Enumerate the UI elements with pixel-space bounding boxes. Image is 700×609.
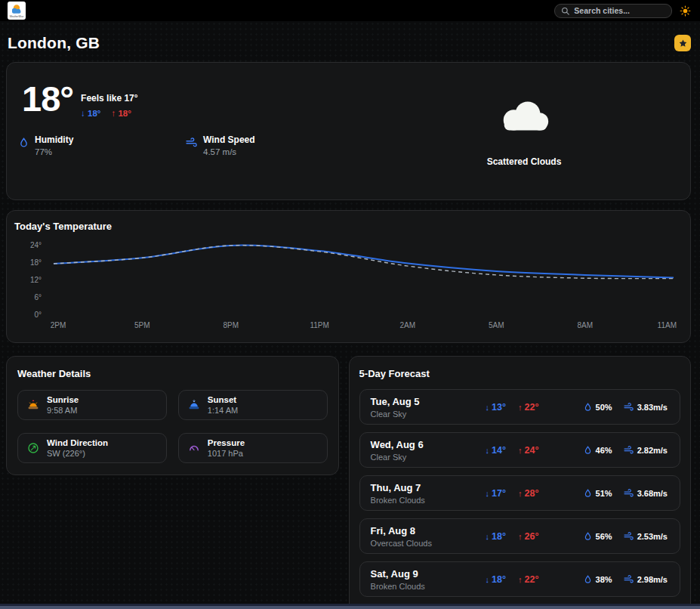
- forecast-row[interactable]: Fri, Aug 8 Overcast Clouds ↓18° ↑26° 56%…: [359, 518, 680, 554]
- forecast-row[interactable]: Tue, Aug 5 Clear Sky ↓13° ↑22° 50% 3.83m…: [359, 389, 680, 425]
- wind-speed-value: 4.57 m/s: [203, 147, 255, 156]
- wind-icon: [186, 138, 197, 147]
- wind-icon: [624, 403, 634, 411]
- wind-icon: [624, 532, 634, 540]
- forecast-humidity: 38%: [584, 575, 612, 584]
- y-tick-label: 6°: [14, 293, 42, 301]
- forecast-high: ↑22°: [518, 574, 538, 585]
- star-icon: [678, 39, 688, 48]
- forecast-date: Fri, Aug 8: [371, 525, 486, 536]
- up-arrow-icon: ↑: [518, 446, 523, 455]
- forecast-condition: Overcast Clouds: [371, 539, 486, 548]
- weather-details-card: Weather Details Sunrise 9:58 AM: [6, 356, 339, 475]
- x-tick-label: 8PM: [223, 321, 239, 329]
- pressure-label: Pressure: [208, 438, 245, 447]
- up-arrow-icon: ↑: [518, 575, 523, 584]
- forecast-row[interactable]: Wed, Aug 6 Clear Sky ↓14° ↑24° 46% 2.82m…: [359, 432, 680, 468]
- wind-icon: [624, 575, 634, 583]
- down-arrow-icon: ↓: [486, 446, 490, 455]
- forecast-wind: 2.82m/s: [624, 446, 668, 455]
- city-header: London, GB: [0, 21, 700, 62]
- detail-tile-sunset: Sunset 1:14 AM: [178, 390, 328, 420]
- down-arrow-icon: ↓: [486, 403, 490, 412]
- detail-tile-pressure: Pressure 1017 hPa: [178, 433, 328, 463]
- sunrise-value: 9:58 AM: [47, 406, 79, 415]
- forecast-date: Sat, Aug 9: [371, 568, 486, 580]
- humidity-icon: [584, 532, 592, 541]
- humidity-stat: Humidity 77%: [19, 134, 73, 156]
- down-arrow-icon: ↓: [486, 489, 490, 498]
- wind-speed-stat: Wind Speed 4.57 m/s: [186, 134, 255, 156]
- forecast-low: ↓14°: [486, 445, 506, 456]
- five-day-forecast-card: 5-Day Forecast Tue, Aug 5 Clear Sky ↓13°…: [349, 356, 691, 609]
- forecast-row[interactable]: Thu, Aug 7 Broken Clouds ↓17° ↑28° 51% 3…: [359, 475, 680, 511]
- chart-plot-area: [49, 240, 678, 320]
- x-tick-label: 5PM: [134, 321, 150, 329]
- forecast-condition: Broken Clouds: [371, 582, 486, 591]
- down-arrow-icon: ↓: [486, 532, 490, 541]
- temperature-chart: 24° 18° 12° 6° 0° 2PM 5PM 8PM 11PM 2AM 5…: [14, 240, 683, 337]
- feels-like: Feels like 17°: [81, 93, 138, 104]
- humidity-value: 77%: [35, 147, 73, 156]
- page-title: London, GB: [8, 34, 100, 52]
- forecast-high: ↑28°: [518, 488, 538, 499]
- x-tick-label: 8AM: [577, 321, 593, 329]
- forecast-wind: 3.68m/s: [624, 489, 668, 498]
- forecast-condition: Broken Clouds: [371, 496, 486, 505]
- sun-icon: [680, 5, 691, 17]
- forecast-date: Tue, Aug 5: [371, 396, 486, 407]
- x-tick-label: 11AM: [658, 321, 677, 329]
- sunset-value: 1:14 AM: [208, 406, 238, 415]
- favorite-button[interactable]: [674, 35, 691, 51]
- forecast-low: ↓18°: [486, 531, 506, 542]
- chart-x-axis: 2PM 5PM 8PM 11PM 2AM 5AM 8AM 11AM: [49, 321, 678, 332]
- humidity-icon: [584, 446, 592, 455]
- forecast-low: ↓13°: [486, 402, 506, 413]
- sunrise-label: Sunrise: [47, 395, 79, 404]
- current-temp-block: 18° Feels like 17° ↓ 18° ↑ 18°: [22, 81, 138, 118]
- humidity-icon: [584, 575, 592, 584]
- sunset-label: Sunset: [208, 395, 238, 404]
- current-temperature: 18°: [22, 81, 73, 118]
- detail-tile-sunrise: Sunrise 9:58 AM: [17, 390, 167, 420]
- main-content: London, GB 18° Feels like 17° ↓ 18° ↑ 18…: [0, 21, 700, 604]
- sunrise-icon: [27, 399, 39, 411]
- humidity-icon: [19, 138, 29, 148]
- y-tick-label: 24°: [14, 241, 42, 249]
- forecast-low: ↓17°: [486, 488, 506, 499]
- x-tick-label: 5AM: [489, 321, 504, 329]
- today-low: ↓ 18°: [81, 109, 100, 118]
- up-arrow-icon: ↑: [518, 532, 523, 541]
- down-arrow-icon: ↓: [81, 109, 85, 118]
- x-tick-label: 11PM: [310, 321, 328, 329]
- up-arrow-icon: ↑: [518, 403, 523, 412]
- forecast-high: ↑26°: [518, 531, 538, 542]
- forecast-humidity: 46%: [584, 446, 612, 455]
- forecast-wind: 2.98m/s: [624, 575, 668, 584]
- theme-toggle-button[interactable]: [680, 5, 691, 17]
- humidity-label: Humidity: [35, 134, 73, 145]
- wind-speed-label: Wind Speed: [203, 134, 255, 145]
- search-box[interactable]: [554, 4, 672, 18]
- cloud-icon: [495, 96, 554, 137]
- forecast-low: ↓18°: [486, 574, 506, 585]
- wind-direction-value: SW (226°): [47, 449, 108, 458]
- pressure-value: 1017 hPa: [208, 449, 245, 458]
- condition-block: Scattered Clouds: [456, 96, 592, 167]
- wind-icon: [624, 446, 634, 454]
- top-bar: WeatherWise: [0, 0, 700, 21]
- forecast-row[interactable]: Sat, Aug 9 Broken Clouds ↓18° ↑22° 38% 2…: [359, 561, 680, 597]
- temperature-chart-card: Today's Temperature 24° 18° 12° 6° 0° 2P…: [6, 210, 691, 343]
- forecast-humidity: 51%: [584, 489, 612, 498]
- humidity-icon: [584, 489, 592, 498]
- chart-title: Today's Temperature: [14, 221, 683, 232]
- temperature-chart-svg: [49, 240, 678, 320]
- forecast-high: ↑22°: [518, 402, 538, 413]
- forecast-condition: Clear Sky: [371, 410, 486, 419]
- y-tick-label: 0°: [14, 311, 42, 319]
- x-tick-label: 2PM: [51, 321, 66, 329]
- app-logo[interactable]: WeatherWise: [8, 2, 26, 20]
- search-input[interactable]: [574, 6, 665, 15]
- weatherwise-logo-icon: WeatherWise: [8, 2, 25, 19]
- y-tick-label: 12°: [14, 276, 42, 284]
